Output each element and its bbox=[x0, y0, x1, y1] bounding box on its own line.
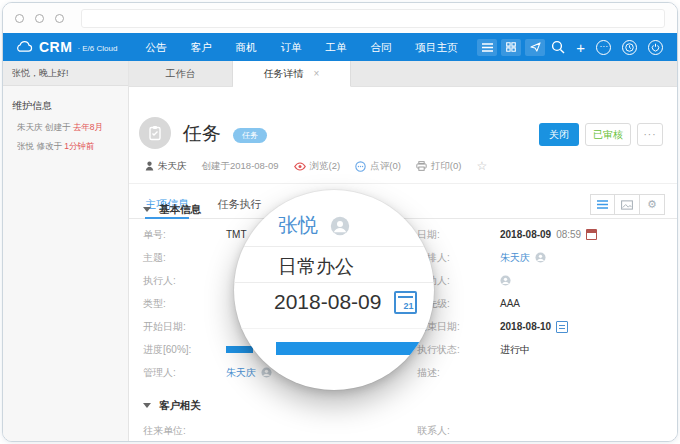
grid-view-icon[interactable] bbox=[501, 39, 521, 56]
power-icon[interactable] bbox=[648, 40, 663, 55]
printer-icon bbox=[416, 161, 427, 171]
section-basic-info-label: 基本信息 bbox=[159, 203, 201, 215]
section-customer-related-label: 客户相关 bbox=[159, 399, 201, 411]
nav-item-orders[interactable]: 订单 bbox=[268, 33, 313, 61]
creator-action: 创建于 bbox=[45, 122, 71, 132]
close-task-button[interactable]: 关闭 bbox=[539, 123, 579, 146]
creator-time: 去年8月 bbox=[73, 122, 103, 132]
meta-creator-name[interactable]: 朱天庆 bbox=[158, 160, 187, 173]
list-layout-icon[interactable] bbox=[590, 194, 615, 215]
star-icon[interactable]: ☆ bbox=[476, 159, 487, 173]
more-circle-icon[interactable]: ⋯ bbox=[596, 40, 611, 55]
field-arranger-value[interactable]: 朱天庆 bbox=[500, 251, 530, 265]
field-executor-label: 执行人: bbox=[129, 274, 226, 288]
search-icon[interactable] bbox=[551, 40, 565, 54]
divider bbox=[129, 183, 677, 184]
tab-task-details[interactable]: 任务详情 × bbox=[233, 61, 351, 87]
window-button-close[interactable] bbox=[15, 14, 24, 23]
url-input[interactable] bbox=[81, 9, 665, 28]
avatar-icon bbox=[535, 252, 546, 263]
field-priority: 优先级: AAA bbox=[403, 292, 677, 315]
subtab-task-execution[interactable]: 任务执行 bbox=[217, 191, 261, 217]
list-view-icon[interactable] bbox=[477, 39, 497, 56]
nav-item-project-home[interactable]: 项目主页 bbox=[403, 33, 469, 61]
brand[interactable]: CRM · E/6 Cloud bbox=[15, 39, 117, 55]
subtab-bar: 主项信息 任务执行 ⚙ bbox=[129, 191, 677, 219]
task-header: 任务 任务 关闭 已审核 ··· bbox=[129, 117, 677, 155]
task-meta-row: 朱天庆 创建于2018-08-09 浏览(2) 点评(0) 打印(0) ☆ bbox=[145, 159, 487, 173]
section-basic-info[interactable]: 基本信息 bbox=[143, 203, 201, 217]
maintenance-info: 维护信息 朱天庆 创建于 去年8月 张悦 修改于 1分钟前 bbox=[3, 86, 128, 173]
main-panel: 工作台 任务详情 × 任务 任务 关闭 已审核 ··· bbox=[129, 61, 677, 442]
section-customer-related[interactable]: 客户相关 bbox=[143, 399, 201, 413]
person-icon bbox=[145, 161, 154, 171]
magnifier-overlay: 张悦 日常办公 2018-08-09 21 bbox=[234, 190, 434, 390]
avatar-icon bbox=[330, 216, 350, 236]
browser-chrome bbox=[3, 3, 677, 33]
collapse-triangle-icon bbox=[143, 207, 151, 212]
magnified-type: 日常办公 bbox=[278, 254, 354, 280]
calendar-picker-icon[interactable]: 21 bbox=[394, 291, 417, 314]
send-icon[interactable] bbox=[525, 39, 545, 56]
collapse-triangle-icon bbox=[143, 403, 151, 408]
window-button-maximize[interactable] bbox=[55, 14, 64, 23]
meta-comments-label: 点评(0) bbox=[370, 160, 401, 173]
window-button-minimize[interactable] bbox=[35, 14, 44, 23]
field-arranger: 安排人: 朱天庆 bbox=[403, 246, 677, 269]
magnified-progress-bar bbox=[276, 342, 434, 355]
tab-strip: 工作台 任务详情 × bbox=[129, 61, 677, 87]
field-subject-label: 主题: bbox=[129, 251, 226, 265]
field-manager-value[interactable]: 朱天庆 bbox=[226, 366, 256, 380]
nav-tools bbox=[477, 39, 545, 56]
field-priority-value: AAA bbox=[500, 298, 520, 309]
nav-item-contracts[interactable]: 合同 bbox=[358, 33, 403, 61]
cloud-icon bbox=[15, 41, 33, 53]
avatar-icon[interactable] bbox=[500, 275, 511, 286]
tab-workbench[interactable]: 工作台 bbox=[129, 61, 233, 86]
nav-item-announcements[interactable]: 公告 bbox=[133, 33, 178, 61]
nav-item-opportunities[interactable]: 商机 bbox=[223, 33, 268, 61]
divider bbox=[234, 246, 434, 247]
image-layout-icon[interactable] bbox=[615, 194, 640, 215]
screenshot-root: CRM · E/6 Cloud 公告 客户 商机 订单 工单 合同 项目主页 bbox=[0, 0, 680, 444]
frame-body: 张悦，晚上好! 维护信息 朱天庆 创建于 去年8月 张悦 修改于 1分钟前 工 bbox=[3, 61, 677, 442]
calendar-red-icon[interactable] bbox=[586, 229, 597, 240]
magnified-executor: 张悦 bbox=[278, 212, 350, 239]
meta-views-label: 浏览(2) bbox=[310, 160, 341, 173]
field-date: 日期: 2018-08-09 08:59 bbox=[403, 223, 677, 246]
magnified-executor-name[interactable]: 张悦 bbox=[278, 212, 318, 239]
progress-bar bbox=[226, 346, 253, 353]
app-navbar: CRM · E/6 Cloud 公告 客户 商机 订单 工单 合同 项目主页 bbox=[3, 33, 677, 61]
avatar-icon bbox=[261, 367, 272, 378]
meta-creator: 朱天庆 bbox=[145, 160, 187, 173]
meta-print[interactable]: 打印(0) bbox=[416, 160, 462, 173]
field-partner-unit: 往来单位: bbox=[129, 419, 403, 442]
nav-menu: 公告 客户 商机 订单 工单 合同 项目主页 bbox=[133, 33, 469, 61]
brand-name: CRM bbox=[39, 39, 72, 55]
meta-comments[interactable]: 点评(0) bbox=[355, 160, 401, 173]
settings-gear-icon[interactable]: ⚙ bbox=[640, 194, 665, 215]
approved-button[interactable]: 已审核 bbox=[585, 123, 631, 146]
history-clock-icon[interactable] bbox=[622, 40, 637, 55]
meta-created-date: 创建于2018-08-09 bbox=[202, 160, 279, 173]
comment-icon bbox=[355, 161, 366, 172]
meta-views[interactable]: 浏览(2) bbox=[294, 160, 341, 173]
field-description-label: 描述: bbox=[403, 366, 500, 380]
nav-item-workorders[interactable]: 工单 bbox=[313, 33, 358, 61]
creator-name: 朱天庆 bbox=[17, 122, 43, 132]
tab-workbench-label: 工作台 bbox=[166, 67, 196, 81]
divider bbox=[234, 282, 434, 283]
sidebar: 张悦，晚上好! 维护信息 朱天庆 创建于 去年8月 张悦 修改于 1分钟前 bbox=[3, 61, 129, 442]
calendar-blue-icon[interactable] bbox=[556, 321, 568, 333]
modifier-name: 张悦 bbox=[17, 141, 34, 151]
sidebar-greeting: 张悦，晚上好! bbox=[3, 61, 128, 86]
field-start-date-label: 开始日期: bbox=[129, 320, 226, 334]
field-date-value: 2018-08-09 bbox=[500, 229, 551, 240]
more-actions-button[interactable]: ··· bbox=[637, 123, 663, 146]
magnified-start-date: 2018-08-09 21 bbox=[274, 290, 417, 314]
maintenance-entry-created: 朱天庆 创建于 去年8月 bbox=[17, 122, 119, 134]
close-tab-icon[interactable]: × bbox=[314, 68, 320, 79]
nav-item-customers[interactable]: 客户 bbox=[178, 33, 223, 61]
add-icon[interactable]: + bbox=[576, 40, 585, 55]
field-type-label: 类型: bbox=[129, 297, 226, 311]
